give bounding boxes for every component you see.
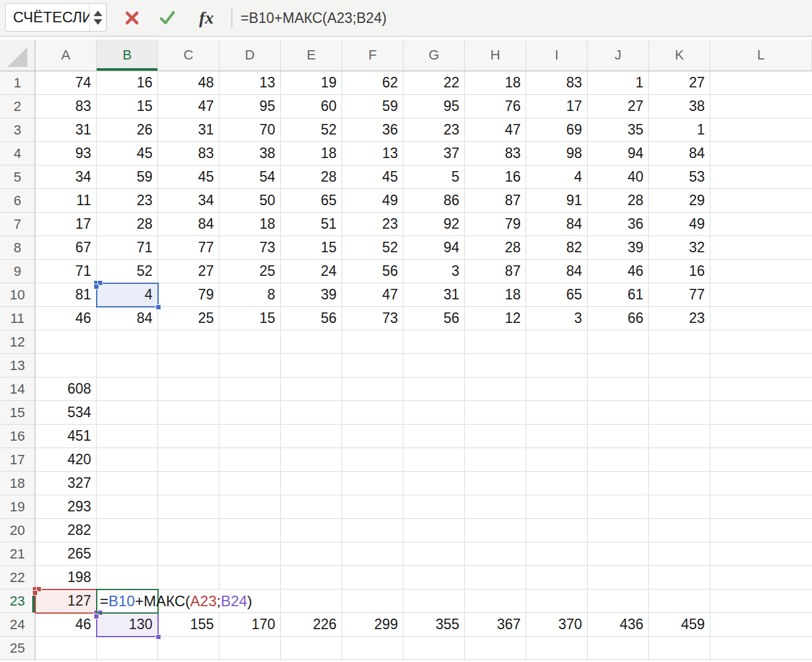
cell-H24[interactable]: 367 xyxy=(465,613,526,637)
cell-J25[interactable] xyxy=(588,637,649,660)
cell-L13[interactable] xyxy=(710,354,812,377)
cell-F10[interactable]: 47 xyxy=(342,283,404,307)
cell-G7[interactable]: 92 xyxy=(404,213,465,236)
cell-A18[interactable]: 327 xyxy=(35,472,97,495)
cell-C14[interactable] xyxy=(158,377,219,401)
cell-G2[interactable]: 95 xyxy=(404,95,465,118)
cell-E17[interactable] xyxy=(281,448,342,472)
cell-G15[interactable] xyxy=(404,401,465,425)
cell-L3[interactable] xyxy=(710,118,812,142)
cell-E22[interactable] xyxy=(281,566,342,589)
cell-H14[interactable] xyxy=(465,377,526,401)
cell-J15[interactable] xyxy=(588,401,649,425)
cell-B7[interactable]: 28 xyxy=(97,213,158,236)
cell-I9[interactable]: 84 xyxy=(526,260,588,283)
cell-I3[interactable]: 69 xyxy=(526,118,588,142)
cell-C4[interactable]: 83 xyxy=(158,142,219,166)
column-header-l[interactable]: L xyxy=(710,40,812,71)
cell-L5[interactable] xyxy=(710,166,812,189)
row-header-10[interactable]: 10 xyxy=(0,283,35,307)
row-header-9[interactable]: 9 xyxy=(0,260,35,283)
cell-A2[interactable]: 83 xyxy=(35,95,97,118)
cell-K9[interactable]: 16 xyxy=(649,260,710,283)
cell-F2[interactable]: 59 xyxy=(342,95,404,118)
cell-F5[interactable]: 45 xyxy=(342,166,404,189)
cell-D14[interactable] xyxy=(219,377,281,401)
cell-A25[interactable] xyxy=(35,637,97,660)
row-header-24[interactable]: 24 xyxy=(0,613,35,637)
cell-J14[interactable] xyxy=(588,377,649,401)
cell-L15[interactable] xyxy=(710,401,812,425)
column-header-f[interactable]: F xyxy=(342,40,404,71)
row-header-15[interactable]: 15 xyxy=(0,401,35,425)
cell-C5[interactable]: 45 xyxy=(158,166,219,189)
cell-E23[interactable] xyxy=(281,589,342,613)
row-header-17[interactable]: 17 xyxy=(0,448,35,472)
cell-L2[interactable] xyxy=(710,95,812,118)
cell-I22[interactable] xyxy=(526,566,588,589)
cell-F9[interactable]: 56 xyxy=(342,260,404,283)
cell-L21[interactable] xyxy=(710,542,812,566)
cell-D24[interactable]: 170 xyxy=(219,613,281,637)
stepper-up-icon[interactable] xyxy=(94,11,102,16)
row-header-22[interactable]: 22 xyxy=(0,566,35,589)
formula-bar-input[interactable]: =B10+МАКС(A23;B24) xyxy=(241,0,387,36)
column-header-g[interactable]: G xyxy=(404,40,465,71)
cell-K6[interactable]: 29 xyxy=(649,189,710,213)
cell-H16[interactable] xyxy=(465,425,526,448)
cell-L25[interactable] xyxy=(710,637,812,660)
row-header-13[interactable]: 13 xyxy=(0,354,35,377)
column-header-a[interactable]: A xyxy=(35,40,97,71)
cell-I12[interactable] xyxy=(526,330,588,354)
cell-J9[interactable]: 46 xyxy=(588,260,649,283)
row-header-5[interactable]: 5 xyxy=(0,166,35,189)
cell-C13[interactable] xyxy=(158,354,219,377)
cell-I13[interactable] xyxy=(526,354,588,377)
cell-E19[interactable] xyxy=(281,495,342,519)
name-box-value[interactable]: СЧЁТЕСЛИ xyxy=(6,9,89,26)
cell-D21[interactable] xyxy=(219,542,281,566)
cell-G11[interactable]: 56 xyxy=(404,307,465,330)
cell-L16[interactable] xyxy=(710,425,812,448)
cell-G25[interactable] xyxy=(404,637,465,660)
cell-I6[interactable]: 91 xyxy=(526,189,588,213)
column-header-b[interactable]: B xyxy=(97,40,158,71)
cell-H15[interactable] xyxy=(465,401,526,425)
cell-E9[interactable]: 24 xyxy=(281,260,342,283)
cell-I10[interactable]: 65 xyxy=(526,283,588,307)
cell-E25[interactable] xyxy=(281,637,342,660)
cell-L8[interactable] xyxy=(710,236,812,260)
cell-F25[interactable] xyxy=(342,637,404,660)
cell-G12[interactable] xyxy=(404,330,465,354)
cell-G24[interactable]: 355 xyxy=(404,613,465,637)
row-header-12[interactable]: 12 xyxy=(0,330,35,354)
cell-K24[interactable]: 459 xyxy=(649,613,710,637)
cell-K12[interactable] xyxy=(649,330,710,354)
confirm-button[interactable] xyxy=(157,8,178,28)
cell-G5[interactable]: 5 xyxy=(404,166,465,189)
cell-F6[interactable]: 49 xyxy=(342,189,404,213)
cell-F11[interactable]: 73 xyxy=(342,307,404,330)
row-header-20[interactable]: 20 xyxy=(0,519,35,542)
cell-E2[interactable]: 60 xyxy=(281,95,342,118)
cell-B6[interactable]: 23 xyxy=(97,189,158,213)
cell-C19[interactable] xyxy=(158,495,219,519)
cell-L9[interactable] xyxy=(710,260,812,283)
cell-B10[interactable]: 4 xyxy=(97,283,158,307)
cell-A17[interactable]: 420 xyxy=(35,448,97,472)
cell-A3[interactable]: 31 xyxy=(35,118,97,142)
cell-C1[interactable]: 48 xyxy=(158,71,219,95)
cell-K22[interactable] xyxy=(649,566,710,589)
cell-H10[interactable]: 18 xyxy=(465,283,526,307)
cell-G13[interactable] xyxy=(404,354,465,377)
cell-A15[interactable]: 534 xyxy=(35,401,97,425)
row-header-25[interactable]: 25 xyxy=(0,637,35,660)
cell-D7[interactable]: 18 xyxy=(219,213,281,236)
cell-D11[interactable]: 15 xyxy=(219,307,281,330)
cell-D19[interactable] xyxy=(219,495,281,519)
cell-E24[interactable]: 226 xyxy=(281,613,342,637)
cell-editor[interactable]: =B10+МАКС(A23;B24) xyxy=(100,589,252,613)
cell-H19[interactable] xyxy=(465,495,526,519)
cell-J1[interactable]: 1 xyxy=(588,71,649,95)
cell-B24[interactable]: 130 xyxy=(97,613,158,637)
